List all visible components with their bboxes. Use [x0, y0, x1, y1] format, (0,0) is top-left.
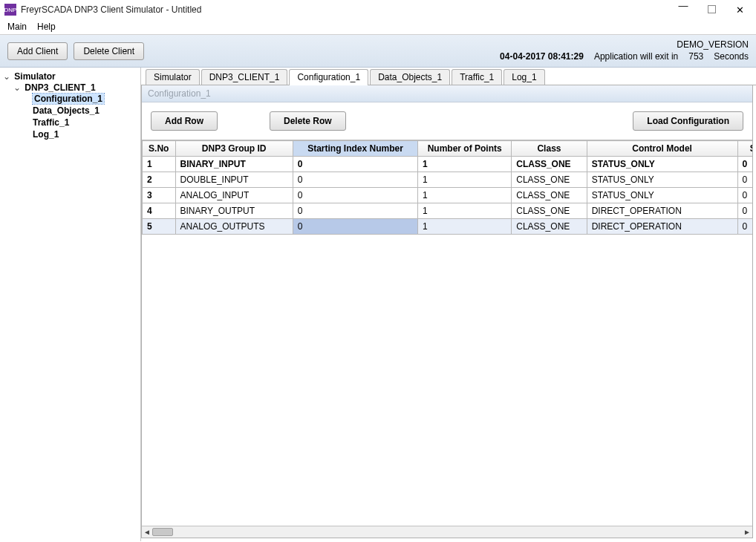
- cell-class[interactable]: CLASS_ONE: [512, 219, 587, 235]
- delete-client-button[interactable]: Delete Client: [74, 42, 144, 60]
- cell-class[interactable]: CLASS_ONE: [512, 172, 587, 188]
- cell-class[interactable]: CLASS_ONE: [512, 188, 587, 203]
- table-row[interactable]: 4BINARY_OUTPUT01CLASS_ONEDIRECT_OPERATIO…: [143, 203, 753, 219]
- cell-class[interactable]: CLASS_ONE: [512, 203, 587, 219]
- tab-simulator[interactable]: Simulator: [146, 69, 200, 85]
- tree-node-client[interactable]: DNP3_CLIENT_1: [25, 82, 95, 93]
- cell-start[interactable]: 0: [293, 203, 417, 219]
- table-row[interactable]: 5ANALOG_OUTPUTS01CLASS_ONEDIRECT_OPERATI…: [143, 219, 753, 235]
- tree-node-configuration[interactable]: Configuration_1: [33, 94, 104, 104]
- scroll-right-icon[interactable]: ►: [742, 526, 752, 538]
- tab-data-objects[interactable]: Data_Objects_1: [370, 69, 450, 85]
- titlebar: DNP FreyrSCADA DNP3 Client Simulator - U…: [0, 0, 756, 19]
- tab-traffic[interactable]: Traffic_1: [452, 69, 502, 85]
- exit-label: Application will exit in: [594, 51, 678, 63]
- seconds-label: Seconds: [714, 51, 749, 63]
- cell-start[interactable]: 0: [293, 157, 417, 172]
- minimize-button[interactable]: —: [676, 0, 691, 11]
- cell-sno[interactable]: 4: [143, 203, 176, 219]
- tree-node-simulator[interactable]: Simulator: [14, 71, 55, 82]
- cell-sbo[interactable]: 0: [737, 157, 752, 172]
- inner-toolbar: Add Row Delete Row Load Configuration: [142, 102, 752, 140]
- tab-client[interactable]: DNP3_CLIENT_1: [201, 69, 288, 85]
- cell-control[interactable]: DIRECT_OPERATION: [587, 219, 737, 235]
- cell-sno[interactable]: 2: [143, 172, 176, 188]
- col-group[interactable]: DNP3 Group ID: [175, 141, 293, 157]
- cell-start[interactable]: 0: [293, 188, 417, 203]
- status-block: DEMO_VERSION 04-04-2017 08:41:29 Applica…: [500, 39, 749, 62]
- add-client-button[interactable]: Add Client: [7, 42, 68, 60]
- window-controls: — ✕: [676, 4, 752, 16]
- col-class[interactable]: Class: [512, 141, 587, 157]
- cell-points[interactable]: 1: [418, 172, 512, 188]
- cell-class[interactable]: CLASS_ONE: [512, 157, 587, 172]
- expander-icon[interactable]: ⌄: [3, 71, 12, 82]
- horizontal-scrollbar[interactable]: ◄ ►: [142, 526, 752, 538]
- cell-sbo[interactable]: 0: [737, 172, 752, 188]
- col-start[interactable]: Starting Index Number: [293, 141, 417, 157]
- cell-points[interactable]: 1: [418, 157, 512, 172]
- cell-control[interactable]: STATUS_ONLY: [587, 157, 737, 172]
- table-row[interactable]: 1BINARY_INPUT01CLASS_ONESTATUS_ONLY00: [143, 157, 753, 172]
- tree-node-traffic[interactable]: Traffic_1: [33, 117, 69, 128]
- tab-body: Configuration_1 Add Row Delete Row Load …: [141, 85, 753, 538]
- cell-sbo[interactable]: 0: [737, 203, 752, 219]
- toolbar: Add Client Delete Client DEMO_VERSION 04…: [0, 35, 756, 68]
- tab-configuration[interactable]: Configuration_1: [289, 69, 368, 85]
- cell-group[interactable]: BINARY_INPUT: [175, 157, 293, 172]
- cell-group[interactable]: BINARY_OUTPUT: [175, 203, 293, 219]
- expander-icon[interactable]: ⌄: [13, 82, 22, 93]
- delete-row-button[interactable]: Delete Row: [270, 111, 346, 131]
- tab-bar: Simulator DNP3_CLIENT_1 Configuration_1 …: [141, 68, 756, 85]
- col-control[interactable]: Control Model: [587, 141, 737, 157]
- menu-help[interactable]: Help: [37, 22, 56, 32]
- cell-group[interactable]: ANALOG_INPUT: [175, 188, 293, 203]
- menu-main[interactable]: Main: [7, 22, 27, 32]
- cell-start[interactable]: 0: [293, 219, 417, 235]
- maximize-button[interactable]: [704, 4, 719, 16]
- cell-control[interactable]: DIRECT_OPERATION: [587, 203, 737, 219]
- demo-version-label: DEMO_VERSION: [677, 39, 749, 51]
- cell-sbo[interactable]: 0: [737, 219, 752, 235]
- tab-log[interactable]: Log_1: [504, 69, 544, 85]
- grid-header-row: S.No DNP3 Group ID Starting Index Number…: [143, 141, 753, 157]
- close-button[interactable]: ✕: [732, 4, 747, 16]
- cell-sno[interactable]: 3: [143, 188, 176, 203]
- col-points[interactable]: Number of Points: [418, 141, 512, 157]
- menubar: Main Help: [0, 19, 756, 35]
- cell-start[interactable]: 0: [293, 172, 417, 188]
- configuration-grid: S.No DNP3 Group ID Starting Index Number…: [142, 140, 752, 235]
- main-panel: Simulator DNP3_CLIENT_1 Configuration_1 …: [141, 68, 756, 541]
- app-icon: DNP: [4, 4, 16, 16]
- cell-group[interactable]: DOUBLE_INPUT: [175, 172, 293, 188]
- cell-points[interactable]: 1: [418, 219, 512, 235]
- cell-points[interactable]: 1: [418, 203, 512, 219]
- timestamp: 04-04-2017 08:41:29: [500, 51, 584, 63]
- col-sno[interactable]: S.No: [143, 141, 176, 157]
- seconds-value: 753: [688, 51, 703, 63]
- tree-node-log[interactable]: Log_1: [33, 129, 59, 140]
- cell-points[interactable]: 1: [418, 188, 512, 203]
- col-sbo[interactable]: SBO TimeOut: [737, 141, 752, 157]
- window-title: FreyrSCADA DNP3 Client Simulator - Untit…: [21, 4, 676, 15]
- scroll-left-icon[interactable]: ◄: [142, 526, 152, 538]
- cell-sbo[interactable]: 0: [737, 188, 752, 203]
- cell-sno[interactable]: 5: [143, 219, 176, 235]
- cell-sno[interactable]: 1: [143, 157, 176, 172]
- add-row-button[interactable]: Add Row: [151, 111, 218, 131]
- table-row[interactable]: 3ANALOG_INPUT01CLASS_ONESTATUS_ONLY00: [143, 188, 753, 203]
- load-configuration-button[interactable]: Load Configuration: [633, 111, 743, 131]
- grid-wrap[interactable]: S.No DNP3 Group ID Starting Index Number…: [142, 140, 752, 526]
- cell-control[interactable]: STATUS_ONLY: [587, 188, 737, 203]
- cell-control[interactable]: STATUS_ONLY: [587, 172, 737, 188]
- cell-group[interactable]: ANALOG_OUTPUTS: [175, 219, 293, 235]
- tree-panel: ⌄ Simulator ⌄ DNP3_CLIENT_1 Configuratio…: [0, 68, 141, 541]
- tree-node-data-objects[interactable]: Data_Objects_1: [33, 105, 100, 116]
- scroll-thumb[interactable]: [152, 528, 173, 536]
- inner-title: Configuration_1: [142, 85, 752, 102]
- table-row[interactable]: 2DOUBLE_INPUT01CLASS_ONESTATUS_ONLY00: [143, 172, 753, 188]
